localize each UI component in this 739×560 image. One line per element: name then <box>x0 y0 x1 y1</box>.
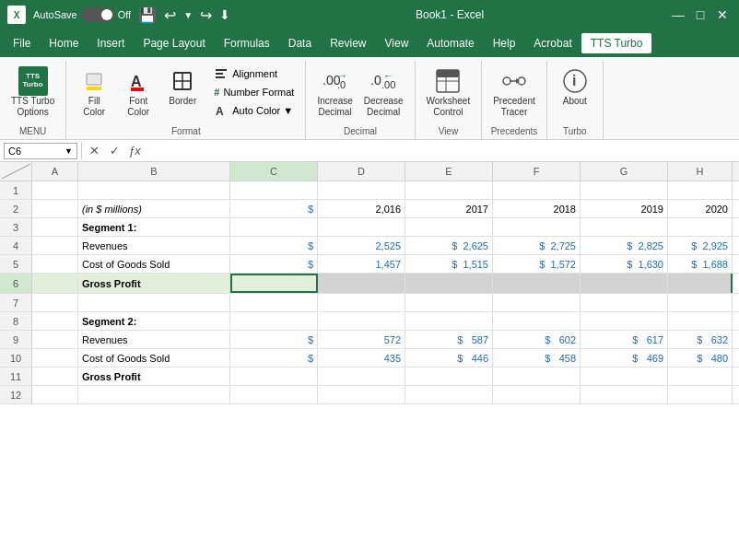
cell-f2[interactable]: 2018 <box>493 200 581 217</box>
cell-g9[interactable]: $ 617 <box>581 331 668 348</box>
precedent-tracer-button[interactable]: PrecedentTracer <box>489 64 539 120</box>
cell-c9[interactable]: $ <box>230 331 318 348</box>
menu-tts-turbo[interactable]: TTS Turbo <box>581 33 652 53</box>
cell-g4[interactable]: $ 2,825 <box>581 237 668 254</box>
cell-a11[interactable] <box>32 368 78 385</box>
cell-b7[interactable] <box>78 294 230 311</box>
cell-c2[interactable]: $ <box>230 200 318 217</box>
col-header-b[interactable]: B <box>78 162 230 181</box>
cell-b10[interactable]: Cost of Goods Sold <box>78 349 230 367</box>
cell-f10[interactable]: $ 458 <box>493 349 581 367</box>
col-header-e[interactable]: E <box>405 162 493 181</box>
formula-input[interactable] <box>147 146 735 157</box>
autosave-toggle[interactable]: AutoSave Off <box>33 7 131 22</box>
cell-b1[interactable] <box>78 181 230 199</box>
menu-review[interactable]: Review <box>321 33 375 53</box>
cell-a10[interactable] <box>32 349 78 367</box>
col-header-a[interactable]: A <box>32 162 78 181</box>
cell-a7[interactable] <box>32 294 78 311</box>
cell-g11[interactable] <box>581 368 668 385</box>
save-icon[interactable]: 💾 <box>138 6 157 24</box>
name-box-dropdown[interactable]: ▼ <box>65 146 73 156</box>
cell-f4[interactable]: $ 2,725 <box>493 237 581 254</box>
cell-f12[interactable] <box>493 386 581 403</box>
cell-b8[interactable]: Segment 2: <box>78 312 230 330</box>
cell-e4[interactable]: $ 2,625 <box>405 237 493 254</box>
cell-g8[interactable] <box>581 312 668 330</box>
customize-icon[interactable]: ⬇ <box>219 7 230 22</box>
cell-d7[interactable] <box>318 294 405 311</box>
cell-c1[interactable] <box>230 181 318 199</box>
cell-a6[interactable] <box>32 274 78 293</box>
menu-page-layout[interactable]: Page Layout <box>134 33 214 53</box>
cell-e7[interactable] <box>405 294 493 311</box>
col-header-h[interactable]: H <box>668 162 733 181</box>
cell-b9[interactable]: Revenues <box>78 331 230 348</box>
cell-h3[interactable] <box>668 218 733 236</box>
cell-d10[interactable]: 435 <box>318 349 405 367</box>
menu-acrobat[interactable]: Acrobat <box>524 33 581 53</box>
about-button[interactable]: i About <box>555 64 595 109</box>
cell-a1[interactable] <box>32 181 78 199</box>
cell-a5[interactable] <box>32 255 78 273</box>
minimize-button[interactable]: — <box>669 6 687 24</box>
cell-h10[interactable]: $ 480 <box>668 349 733 367</box>
cell-f5[interactable]: $ 1,572 <box>493 255 581 273</box>
cell-b12[interactable] <box>78 386 230 403</box>
cell-f6[interactable] <box>493 274 581 293</box>
cell-f8[interactable] <box>493 312 581 330</box>
cell-f7[interactable] <box>493 294 581 311</box>
cell-a4[interactable] <box>32 237 78 254</box>
menu-insert[interactable]: Insert <box>88 33 134 53</box>
cell-e6[interactable] <box>405 274 493 293</box>
cell-h5[interactable]: $ 1,688 <box>668 255 733 273</box>
formula-fx-icon[interactable]: ƒx <box>126 144 143 158</box>
cell-c12[interactable] <box>230 386 318 403</box>
cell-h9[interactable]: $ 632 <box>668 331 733 348</box>
fill-color-button[interactable]: FillColor <box>74 64 114 120</box>
cell-c6[interactable] <box>230 274 318 293</box>
menu-automate[interactable]: Automate <box>417 33 483 53</box>
col-header-c[interactable]: C <box>230 162 318 181</box>
cell-c4[interactable]: $ <box>230 237 318 254</box>
cell-h8[interactable] <box>668 312 733 330</box>
cell-c7[interactable] <box>230 294 318 311</box>
cell-d12[interactable] <box>318 386 405 403</box>
cell-d2[interactable]: 2,016 <box>318 200 405 217</box>
cell-b3[interactable]: Segment 1: <box>78 218 230 236</box>
cell-d4[interactable]: 2,525 <box>318 237 405 254</box>
cell-h7[interactable] <box>668 294 733 311</box>
font-color-button[interactable]: A FontColor <box>118 64 158 120</box>
cell-d11[interactable] <box>318 368 405 385</box>
cell-h12[interactable] <box>668 386 733 403</box>
cell-c10[interactable]: $ <box>230 349 318 367</box>
cell-d1[interactable] <box>318 181 405 199</box>
autosave-switch[interactable] <box>81 7 114 22</box>
cell-e12[interactable] <box>405 386 493 403</box>
number-format-button[interactable]: # Number Format <box>210 85 298 99</box>
cell-e8[interactable] <box>405 312 493 330</box>
cell-b5[interactable]: Cost of Goods Sold <box>78 255 230 273</box>
cell-c11[interactable] <box>230 368 318 385</box>
col-header-d[interactable]: D <box>318 162 405 181</box>
cell-a3[interactable] <box>32 218 78 236</box>
undo-icon[interactable]: ↩ <box>164 6 176 24</box>
col-header-f[interactable]: F <box>493 162 581 181</box>
name-box[interactable]: C6 ▼ <box>4 143 77 159</box>
cell-c8[interactable] <box>230 312 318 330</box>
cell-g10[interactable]: $ 469 <box>581 349 668 367</box>
cell-d3[interactable] <box>318 218 405 236</box>
close-button[interactable]: ✕ <box>713 6 732 24</box>
formula-confirm-icon[interactable]: ✓ <box>106 144 123 158</box>
cell-h6[interactable] <box>668 274 733 293</box>
worksheet-control-button[interactable]: WorksheetControl <box>423 64 475 120</box>
cell-a12[interactable] <box>32 386 78 403</box>
cell-e5[interactable]: $ 1,515 <box>405 255 493 273</box>
cell-b6[interactable]: Gross Profit <box>78 274 230 293</box>
menu-view[interactable]: View <box>376 33 418 53</box>
alignment-button[interactable]: Alignment <box>210 64 298 83</box>
cell-c3[interactable] <box>230 218 318 236</box>
cell-e9[interactable]: $ 587 <box>405 331 493 348</box>
cell-c5[interactable]: $ <box>230 255 318 273</box>
menu-home[interactable]: Home <box>40 33 88 53</box>
